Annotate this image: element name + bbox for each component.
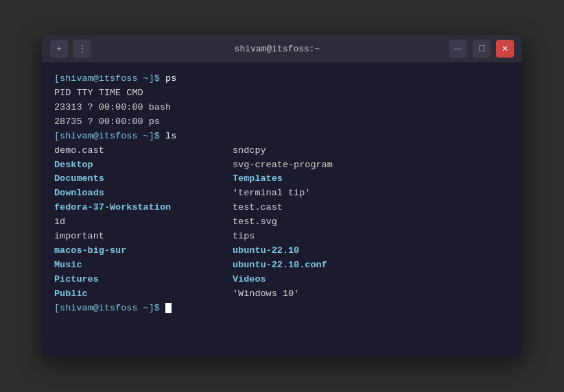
- ls-col1-1: demo.cast: [54, 144, 233, 158]
- ls-row-6: id test.svg: [54, 215, 510, 230]
- ls-row-3: Documents Templates: [54, 172, 510, 186]
- ls-row-4: Downloads 'terminal tip': [54, 186, 510, 201]
- ls-col1-11: Public: [54, 287, 233, 302]
- window-controls: — ☐ ✕: [449, 40, 514, 58]
- command-line-ls: [shivam@itsfoss ~]$ ls: [54, 130, 510, 144]
- maximize-button[interactable]: ☐: [473, 40, 491, 58]
- ls-col1-7: important: [54, 230, 233, 244]
- minimize-button[interactable]: —: [449, 40, 467, 58]
- ls-row-8: macos-big-sur ubuntu-22.10: [54, 244, 510, 258]
- close-button[interactable]: ✕: [496, 40, 514, 58]
- title-bar-left: + ⋮: [50, 40, 105, 58]
- more-options-button[interactable]: ⋮: [73, 40, 91, 58]
- terminal-window: + ⋮ shivam@itsfoss:~ — ☐ ✕ [shivam@itsfo…: [42, 35, 522, 357]
- ls-col2-9: ubuntu-22.10.conf: [233, 258, 510, 273]
- ls-row-1: demo.cast sndcpy: [54, 144, 510, 158]
- prompt-ps: [shivam@itsfoss ~]$: [54, 73, 160, 84]
- final-prompt: [shivam@itsfoss ~]$: [54, 303, 160, 313]
- terminal-cursor: [165, 303, 172, 313]
- ls-col2-6: test.svg: [233, 215, 510, 230]
- ls-col1-8: macos-big-sur: [54, 244, 233, 258]
- ls-row-11: Public 'Windows 10': [54, 287, 510, 302]
- ls-col1-6: id: [54, 215, 233, 230]
- command-line-ps: [shivam@itsfoss ~]$ ps: [54, 72, 510, 86]
- terminal-title: shivam@itsfoss:~: [105, 44, 449, 54]
- ls-col2-11: 'Windows 10': [233, 287, 510, 302]
- ls-col2-5: test.cast: [233, 201, 510, 215]
- cmd-ls: ls: [160, 131, 176, 141]
- final-prompt-line: [shivam@itsfoss ~]$: [54, 302, 510, 316]
- ls-col1-5: fedora-37-Workstation: [54, 201, 233, 215]
- cmd-ps: ps: [160, 73, 176, 84]
- ls-col2-4: 'terminal tip': [233, 186, 510, 201]
- ls-col2-2: svg-create-program: [233, 158, 510, 173]
- ls-row-5: fedora-37-Workstation test.cast: [54, 201, 510, 215]
- ps-row-2: 28735 ? 00:00:00 ps: [54, 115, 510, 130]
- terminal-body[interactable]: [shivam@itsfoss ~]$ ps PID TTY TIME CMD …: [42, 62, 522, 357]
- ls-col2-7: tips: [233, 230, 510, 244]
- prompt-ls: [shivam@itsfoss ~]$: [54, 131, 160, 141]
- add-tab-button[interactable]: +: [50, 40, 68, 58]
- ls-row-7: important tips: [54, 230, 510, 244]
- ls-col1-3: Documents: [54, 172, 233, 186]
- ls-col1-2: Desktop: [54, 158, 233, 173]
- ls-row-10: Pictures Videos: [54, 273, 510, 287]
- ls-col1-9: Music: [54, 258, 233, 273]
- ls-col2-8: ubuntu-22.10: [233, 244, 510, 258]
- ps-header: PID TTY TIME CMD: [54, 86, 510, 101]
- ls-col1-4: Downloads: [54, 186, 233, 201]
- ls-row-2: Desktop svg-create-program: [54, 158, 510, 173]
- ls-col1-10: Pictures: [54, 273, 233, 287]
- ps-row-1: 23313 ? 00:00:00 bash: [54, 101, 510, 115]
- ls-row-9: Music ubuntu-22.10.conf: [54, 258, 510, 273]
- ls-col2-1: sndcpy: [233, 144, 510, 158]
- ls-col2-3: Templates: [233, 172, 510, 186]
- title-bar: + ⋮ shivam@itsfoss:~ — ☐ ✕: [42, 35, 522, 62]
- ls-col2-10: Videos: [233, 273, 510, 287]
